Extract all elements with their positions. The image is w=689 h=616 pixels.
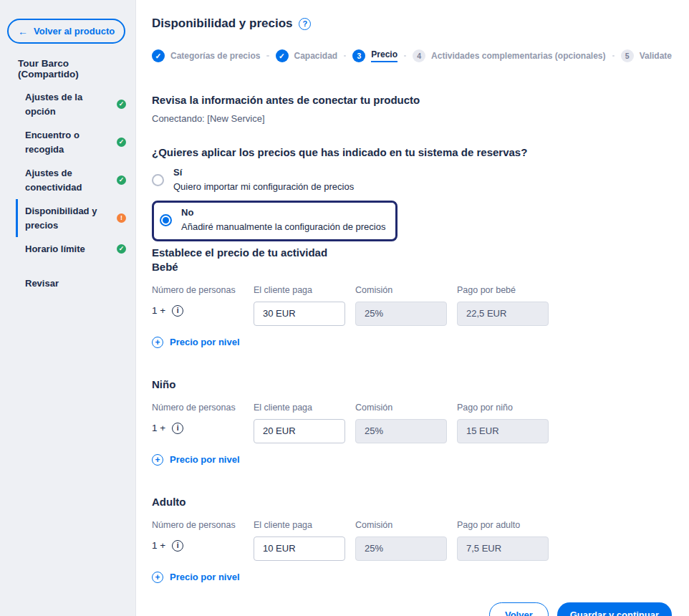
payout-input-bebe — [457, 302, 549, 326]
sidebar-item-ajustes-opcion[interactable]: Ajustes de la opción ✓ — [16, 85, 128, 123]
save-and-continue-button[interactable]: Guardar y continuar — [557, 602, 672, 616]
commission-input-adulto — [355, 536, 447, 561]
tier-price-link-bebe[interactable]: + Precio por nivel — [152, 337, 240, 348]
step-label: Categorías de precios — [170, 51, 260, 61]
sidebar-item-encuentro-recogida[interactable]: Encuentro o recogida ✓ — [16, 123, 128, 161]
people-count-value: 1 + — [152, 540, 165, 551]
sidebar-item-label: Encuentro o recogida — [25, 128, 112, 156]
radio-button-si[interactable] — [152, 174, 164, 186]
sidebar-item-label: Ajustes de conectividad — [25, 166, 112, 194]
commission-label: Comisión — [355, 285, 447, 295]
client-pays-input-nino[interactable] — [254, 419, 345, 443]
plus-circle-icon: + — [152, 454, 163, 466]
sidebar-item-label: Horario límite — [25, 242, 85, 256]
payout-label: Pago por adulto — [457, 520, 549, 530]
tier-price-link-nino[interactable]: + Precio por nivel — [152, 454, 240, 466]
check-circle-icon: ✓ — [117, 244, 126, 254]
client-pays-label: El cliente paga — [254, 520, 345, 530]
main-content: Disponibilidad y precios ? ✓ Categorías … — [136, 0, 689, 616]
section-name-bebe: Bebé — [152, 261, 672, 273]
question-heading: ¿Quieres aplicar los precios que has ind… — [152, 146, 672, 158]
people-count-label: Número de personas — [152, 520, 244, 530]
sidebar-item-revisar[interactable]: Revisar — [16, 271, 128, 296]
step-connector — [344, 55, 346, 57]
product-title: Tour Barco (Compartido) — [18, 58, 128, 80]
tier-price-link-label: Precio por nivel — [170, 454, 240, 465]
payout-input-nino — [457, 419, 549, 443]
step-number: 4 — [413, 49, 425, 62]
radio-label-no: No — [181, 206, 385, 220]
client-pays-label: El cliente paga — [254, 285, 345, 295]
people-count-value: 1 + — [152, 305, 165, 316]
price-row-adulto: Número de personas 1 + i El cliente paga… — [152, 520, 672, 561]
help-icon[interactable]: ? — [299, 18, 311, 30]
check-circle-icon: ✓ — [117, 175, 126, 185]
warning-circle-icon: ! — [117, 213, 126, 223]
client-pays-input-bebe[interactable] — [254, 302, 345, 326]
commission-input-bebe — [355, 302, 447, 326]
radio-button-no[interactable] — [160, 214, 172, 226]
radio-desc-si: Quiero importar mi configuración de prec… — [173, 180, 354, 194]
section-name-nino: Niño — [152, 378, 672, 390]
people-count-value: 1 + — [152, 423, 165, 433]
radio-label-si: Sí — [173, 165, 354, 180]
client-pays-label: El cliente paga — [254, 403, 345, 413]
sidebar-item-ajustes-conectividad[interactable]: Ajustes de conectividad ✓ — [16, 161, 128, 199]
section-name-adulto: Adulto — [152, 496, 672, 508]
highlighted-option-box: No Añadiré manualmente la configuración … — [152, 201, 398, 241]
step-actividades-complementarias[interactable]: 4 Actividades complementarias (opcionale… — [413, 49, 605, 62]
commission-input-nino — [355, 419, 447, 443]
back-button[interactable]: Volver — [489, 602, 549, 616]
stepper: ✓ Categorías de precios ✓ Capacidad 3 Pr… — [152, 49, 672, 62]
radio-option-no[interactable]: No Añadiré manualmente la configuración … — [160, 206, 385, 234]
step-label: Precio — [371, 49, 398, 62]
sidebar-item-horario-limite[interactable]: Horario límite ✓ — [16, 237, 128, 261]
step-connector — [404, 55, 406, 57]
price-row-nino: Número de personas 1 + i El cliente paga… — [152, 403, 672, 443]
back-to-product-button[interactable]: ← Volver al producto — [7, 19, 125, 44]
pricing-heading: Establece el precio de tu actividad — [152, 246, 672, 259]
step-check-icon: ✓ — [276, 49, 289, 62]
connecting-text: Conectando: [New Service] — [152, 113, 672, 124]
sidebar-item-label: Revisar — [25, 276, 59, 291]
arrow-left-icon: ← — [18, 27, 28, 37]
step-validate[interactable]: 5 Validate — [621, 49, 672, 62]
page-title: Disponibilidad y precios — [152, 16, 292, 31]
payout-input-adulto — [457, 536, 549, 561]
step-label: Validate — [640, 51, 672, 61]
tier-price-link-adulto[interactable]: + Precio por nivel — [152, 572, 240, 583]
info-icon[interactable]: i — [172, 305, 183, 317]
sidebar: ← Volver al producto Tour Barco (Compart… — [0, 0, 136, 616]
payout-label: Pago por bebé — [457, 285, 549, 295]
price-row-bebe: Número de personas 1 + i El cliente paga… — [152, 285, 672, 326]
sidebar-item-label: Disponibilidad y precios — [25, 204, 112, 232]
payout-label: Pago por niño — [457, 403, 549, 413]
sidebar-nav: Ajustes de la opción ✓ Encuentro o recog… — [7, 85, 128, 295]
step-categorias-de-precios[interactable]: ✓ Categorías de precios — [152, 49, 260, 62]
step-label: Actividades complementarias (opcionales) — [431, 51, 605, 61]
check-circle-icon: ✓ — [117, 138, 126, 147]
client-pays-input-adulto[interactable] — [254, 536, 345, 561]
step-number: 3 — [352, 49, 365, 62]
commission-label: Comisión — [355, 520, 447, 530]
step-capacidad[interactable]: ✓ Capacidad — [276, 49, 338, 62]
plus-circle-icon: + — [152, 337, 163, 348]
step-precio[interactable]: 3 Precio — [352, 49, 398, 62]
commission-label: Comisión — [355, 403, 447, 413]
back-to-product-label: Volver al producto — [34, 26, 115, 37]
review-heading: Revisa la información antes de conectar … — [152, 94, 672, 106]
step-number: 5 — [621, 49, 634, 62]
info-icon[interactable]: i — [172, 540, 183, 552]
check-circle-icon: ✓ — [117, 100, 126, 109]
info-icon[interactable]: i — [172, 423, 183, 434]
radio-desc-no: Añadiré manualmente la configuración de … — [181, 220, 385, 234]
plus-circle-icon: + — [152, 572, 163, 583]
step-check-icon: ✓ — [152, 49, 165, 62]
tier-price-link-label: Precio por nivel — [170, 572, 240, 582]
sidebar-item-label: Ajustes de la opción — [25, 90, 112, 118]
radio-option-si[interactable]: Sí Quiero importar mi configuración de p… — [152, 165, 672, 194]
tier-price-link-label: Precio por nivel — [170, 337, 240, 347]
step-connector — [266, 55, 269, 57]
sidebar-item-disponibilidad-precios[interactable]: Disponibilidad y precios ! — [16, 199, 128, 237]
step-connector — [612, 55, 615, 57]
